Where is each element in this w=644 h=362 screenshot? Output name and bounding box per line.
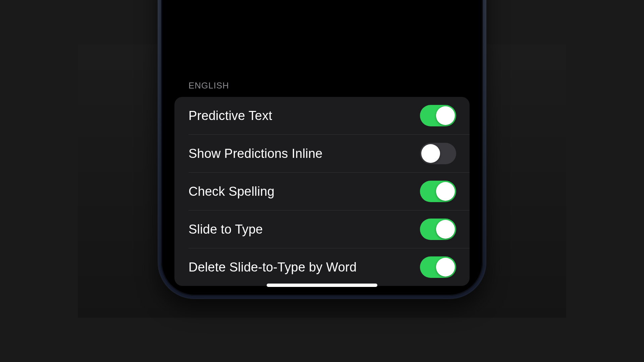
row-delete-slide-to-type-by-word: Delete Slide-to-Type by Word xyxy=(174,248,470,286)
row-show-predictions-inline: Show Predictions Inline xyxy=(174,135,470,172)
toggle-check-spelling[interactable] xyxy=(420,181,456,202)
toggle-knob xyxy=(436,106,455,125)
row-predictive-text: Predictive Text xyxy=(174,97,470,134)
label-slide-to-type: Slide to Type xyxy=(189,222,263,237)
toggle-knob xyxy=(421,144,440,163)
label-show-predictions-inline: Show Predictions Inline xyxy=(189,146,323,161)
phone-bezel: ENGLISH Predictive Text Show Predictions… xyxy=(161,0,483,296)
toggle-knob xyxy=(436,182,455,201)
section-header-english: ENGLISH xyxy=(174,80,470,97)
row-check-spelling: Check Spelling xyxy=(174,173,470,210)
toggle-predictive-text[interactable] xyxy=(420,105,456,126)
phone-frame: ENGLISH Predictive Text Show Predictions… xyxy=(158,0,486,299)
toggle-delete-slide-to-type-by-word[interactable] xyxy=(420,256,456,278)
toggle-slide-to-type[interactable] xyxy=(420,219,456,240)
label-check-spelling: Check Spelling xyxy=(189,184,274,199)
wallpaper-backdrop: ENGLISH Predictive Text Show Predictions… xyxy=(78,44,566,318)
phone-device: ENGLISH Predictive Text Show Predictions… xyxy=(158,0,486,299)
label-predictive-text: Predictive Text xyxy=(189,109,272,123)
toggle-knob xyxy=(436,258,455,277)
phone-screen: ENGLISH Predictive Text Show Predictions… xyxy=(164,0,480,293)
row-slide-to-type: Slide to Type xyxy=(174,210,470,248)
home-indicator[interactable] xyxy=(267,284,377,287)
settings-group-english: Predictive Text Show Predictions Inline xyxy=(174,97,470,286)
toggle-knob xyxy=(436,220,455,239)
toggle-show-predictions-inline[interactable] xyxy=(420,143,456,164)
label-delete-slide-to-type-by-word: Delete Slide-to-Type by Word xyxy=(189,260,357,275)
